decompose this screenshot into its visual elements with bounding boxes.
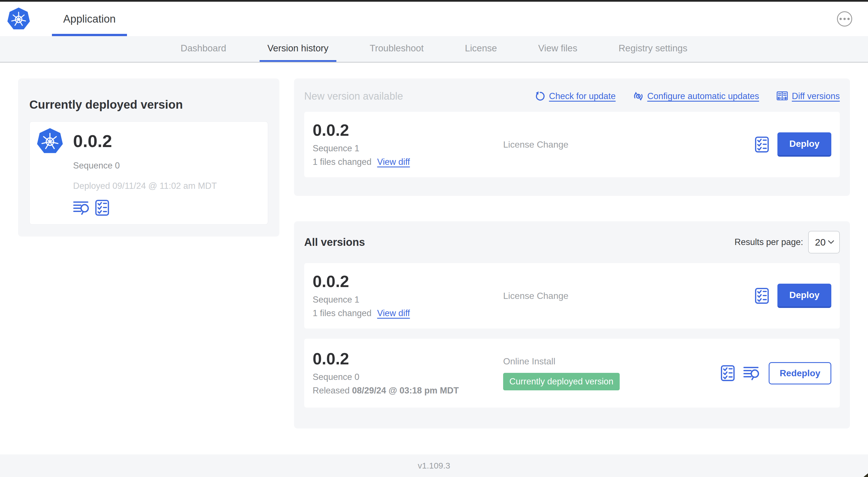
- logs-icon[interactable]: [743, 365, 760, 381]
- deploy-button[interactable]: Deploy: [777, 284, 831, 308]
- version-source-label: License Change: [503, 140, 755, 150]
- released-timestamp: 08/29/24 @ 03:18 pm MDT: [352, 386, 459, 395]
- version-number: 0.0.2: [313, 122, 503, 138]
- view-diff-link[interactable]: View diff: [377, 157, 410, 167]
- chevron-down-icon: [828, 240, 834, 244]
- diff-icon: [777, 91, 788, 101]
- version-source-label: Online Install: [503, 356, 721, 367]
- application-tab[interactable]: Application: [52, 2, 127, 36]
- app-manager-version: v1.109.3: [417, 461, 450, 471]
- footer: v1.109.3: [0, 454, 868, 477]
- results-per-page-select[interactable]: 20: [808, 231, 840, 254]
- all-versions-panel: All versions Results per page: 20: [294, 221, 850, 428]
- tab-license[interactable]: License: [457, 36, 505, 62]
- logs-icon[interactable]: [73, 200, 90, 216]
- app-title: Application: [63, 13, 116, 25]
- kubernetes-app-icon: [36, 128, 63, 154]
- files-changed-label: 1 files changed: [313, 308, 372, 318]
- deploy-button[interactable]: Deploy: [777, 132, 831, 157]
- deployed-version-number: 0.0.2: [73, 131, 112, 151]
- more-options-button[interactable]: [837, 11, 852, 27]
- new-version-card: 0.0.2 Sequence 1 1 files changed View di…: [304, 112, 840, 177]
- version-row: 0.0.2 Sequence 0 Released 08/29/24 @ 03:…: [304, 339, 840, 408]
- preflight-checklist-icon[interactable]: [755, 288, 769, 304]
- tab-dashboard[interactable]: Dashboard: [173, 36, 234, 62]
- tab-version-history[interactable]: Version history: [259, 36, 336, 62]
- currently-deployed-panel: Currently deployed version: [18, 79, 279, 237]
- preflight-checklist-icon[interactable]: [755, 136, 769, 153]
- currently-deployed-title: Currently deployed version: [29, 98, 268, 112]
- version-number: 0.0.2: [313, 273, 503, 290]
- app-nav: Dashboard Version history Troubleshoot L…: [0, 36, 868, 63]
- preflight-checklist-icon[interactable]: [721, 365, 735, 381]
- currently-deployed-badge: Currently deployed version: [503, 373, 620, 390]
- version-row: 0.0.2 Sequence 1 1 files changed View di…: [304, 263, 840, 329]
- kubernetes-logo-icon: [7, 2, 30, 36]
- tab-view-files[interactable]: View files: [530, 36, 585, 62]
- tab-troubleshoot[interactable]: Troubleshoot: [362, 36, 431, 62]
- currently-deployed-card: 0.0.2 Sequence 0 Deployed 09/11/24 @ 11:…: [29, 121, 268, 225]
- schedule-icon: [633, 91, 643, 101]
- new-version-title: New version available: [304, 90, 403, 102]
- refresh-icon: [535, 91, 545, 101]
- preflight-checklist-icon[interactable]: [95, 200, 109, 216]
- files-changed-label: 1 files changed: [313, 157, 372, 167]
- main-content: Currently deployed version: [0, 63, 868, 454]
- redeploy-button[interactable]: Redeploy: [769, 362, 831, 384]
- results-per-page-label: Results per page:: [735, 237, 803, 247]
- deployed-timestamp: Deployed 09/11/24 @ 11:02 am MDT: [73, 181, 255, 191]
- version-source-label: License Change: [503, 291, 755, 301]
- results-per-page-value: 20: [815, 237, 826, 248]
- tab-registry-settings[interactable]: Registry settings: [611, 36, 695, 62]
- ellipsis-icon: [839, 18, 850, 20]
- diff-versions-link[interactable]: Diff versions: [777, 91, 840, 101]
- cursor-artifact: [864, 473, 868, 477]
- new-version-panel: New version available Check for update: [294, 79, 850, 196]
- app-header: Application: [0, 2, 868, 36]
- deployed-sequence: Sequence 0: [73, 160, 255, 171]
- version-sequence: Sequence 1: [313, 295, 503, 305]
- version-number: 0.0.2: [313, 351, 503, 367]
- version-sequence: Sequence 1: [313, 143, 503, 153]
- released-label: Released: [313, 386, 350, 395]
- all-versions-title: All versions: [304, 236, 365, 248]
- configure-automatic-updates-link[interactable]: Configure automatic updates: [633, 91, 759, 101]
- check-for-update-link[interactable]: Check for update: [535, 91, 616, 101]
- view-diff-link[interactable]: View diff: [377, 308, 410, 318]
- version-sequence: Sequence 0: [313, 372, 503, 382]
